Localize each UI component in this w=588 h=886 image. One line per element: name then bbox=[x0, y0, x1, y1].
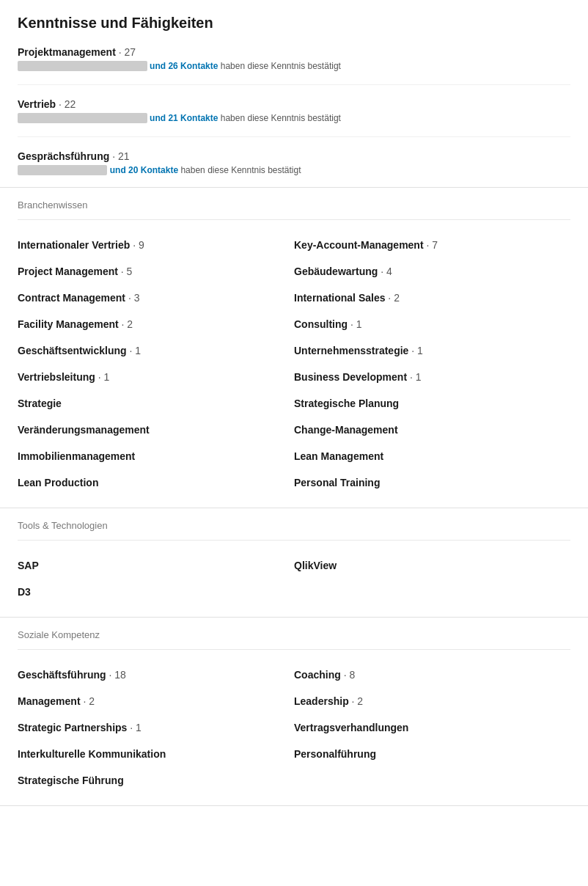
skills-grid: Internationaler Vertrieb · 9Key-Account-… bbox=[18, 232, 570, 496]
skill-label: Lean Production bbox=[18, 477, 98, 488]
endorsement-link[interactable]: und 26 Kontakte bbox=[150, 61, 218, 71]
skill-grid-item: Coaching · 8 bbox=[294, 662, 570, 688]
skill-count: · 21 bbox=[112, 150, 129, 162]
skill-grid-count: · 8 bbox=[341, 669, 355, 681]
skill-label: Strategic Partnerships bbox=[18, 722, 127, 733]
skill-grid-item: Leadership · 2 bbox=[294, 688, 570, 714]
skill-label: Leadership bbox=[294, 695, 349, 707]
skill-grid-item: Immobilienmanagement bbox=[18, 443, 294, 469]
skill-label: Key-Account-Management bbox=[294, 239, 424, 251]
skill-label: Geschäftsentwicklung bbox=[18, 345, 127, 356]
skill-label: Immobilienmanagement bbox=[18, 450, 135, 462]
skill-grid-item: Consulting · 1 bbox=[294, 311, 570, 337]
skill-grid-item: Management · 2 bbox=[18, 688, 294, 714]
skill-name: Vertrieb · 22 bbox=[18, 98, 570, 110]
skill-grid-item: Contract Management · 3 bbox=[18, 285, 294, 311]
skill-grid-item: Gebäudewartung · 4 bbox=[294, 258, 570, 285]
skill-label: Coaching bbox=[294, 669, 341, 681]
page-title: Kenntnisse und Fähigkeiten bbox=[18, 15, 570, 32]
skill-grid-item: Geschäftsentwicklung · 1 bbox=[18, 337, 294, 364]
blurred-names: ████ ████████ ████████ bbox=[18, 113, 147, 123]
skill-grid-item: SAP bbox=[18, 552, 294, 579]
skill-label: Gebäudewartung bbox=[294, 266, 378, 277]
skill-endorsement: ████ ████████ ████████ und 26 Kontakte h… bbox=[18, 61, 570, 71]
skill-label: Internationaler Vertrieb bbox=[18, 239, 130, 251]
skill-grid-item: Strategie bbox=[18, 390, 294, 417]
categories-container: BranchenwissenInternationaler Vertrieb ·… bbox=[0, 188, 588, 806]
category-divider bbox=[18, 219, 570, 220]
skill-grid-count: · 1 bbox=[407, 371, 421, 383]
skill-grid-item: Business Development · 1 bbox=[294, 364, 570, 390]
skill-label: Lean Management bbox=[294, 450, 383, 462]
category-section: BranchenwissenInternationaler Vertrieb ·… bbox=[0, 188, 588, 508]
skill-name: Gesprächsführung · 21 bbox=[18, 150, 570, 162]
skill-label: SAP bbox=[18, 560, 39, 571]
skill-grid-count: · 1 bbox=[127, 345, 141, 356]
skill-grid-item: Strategische Planung bbox=[294, 390, 570, 417]
skill-endorsement: ████ ████████ ████████ und 21 Kontakte h… bbox=[18, 113, 570, 123]
skill-label: Interkulturelle Kommunikation bbox=[18, 748, 166, 760]
skill-grid-item: QlikView bbox=[294, 552, 570, 579]
skill-grid-count: · 5 bbox=[118, 266, 132, 277]
category-title: Soziale Kompetenz bbox=[18, 629, 570, 640]
skill-label: Management bbox=[18, 695, 81, 707]
endorsement-link[interactable]: und 21 Kontakte bbox=[150, 113, 218, 123]
skill-grid-item: Personal Training bbox=[294, 469, 570, 496]
endorsement-suffix: haben diese Kenntnis bestätigt bbox=[221, 113, 341, 123]
skill-label: QlikView bbox=[294, 560, 337, 571]
skill-label: Project Management bbox=[18, 266, 118, 277]
skill-grid-item bbox=[294, 579, 570, 605]
category-section: Soziale KompetenzGeschäftsführung · 18Co… bbox=[0, 618, 588, 806]
top-skill-item: Gesprächsführung · 21 ████████ ██████ un… bbox=[18, 150, 570, 175]
skill-grid-item: Geschäftsführung · 18 bbox=[18, 662, 294, 688]
skill-grid-count: · 2 bbox=[119, 318, 133, 330]
top-skill-item: Projektmanagement · 27 ████ ████████ ███… bbox=[18, 46, 570, 85]
skill-grid-item: Internationaler Vertrieb · 9 bbox=[18, 232, 294, 258]
endorsement-suffix: haben diese Kenntnis bestätigt bbox=[221, 61, 341, 71]
category-title: Tools & Technologien bbox=[18, 520, 570, 531]
category-title: Branchenwissen bbox=[18, 199, 570, 210]
skill-grid-count: · 7 bbox=[424, 239, 438, 251]
top-skills-list: Projektmanagement · 27 ████ ████████ ███… bbox=[18, 46, 570, 175]
top-skill-item: Vertrieb · 22 ████ ████████ ████████ und… bbox=[18, 98, 570, 137]
skill-grid-count: · 4 bbox=[378, 266, 392, 277]
skill-grid-item: Strategische Führung bbox=[18, 767, 294, 794]
endorsement-link[interactable]: und 20 Kontakte bbox=[110, 165, 178, 175]
skill-label: Unternehmensstrategie bbox=[294, 345, 408, 356]
skill-grid-count: · 1 bbox=[127, 722, 141, 733]
category-section: Tools & TechnologienSAPQlikViewD3 bbox=[0, 508, 588, 618]
skill-grid-count: · 1 bbox=[95, 371, 109, 383]
skill-count: · 22 bbox=[59, 98, 76, 110]
skill-grid-item bbox=[294, 767, 570, 794]
skill-grid-item: Vertriebsleitung · 1 bbox=[18, 364, 294, 390]
skill-grid-item: Key-Account-Management · 7 bbox=[294, 232, 570, 258]
skill-grid-item: Interkulturelle Kommunikation bbox=[18, 741, 294, 767]
skill-label: Vertragsverhandlungen bbox=[294, 722, 408, 733]
skill-grid-count: · 1 bbox=[408, 345, 422, 356]
skill-grid-item: Personalführung bbox=[294, 741, 570, 767]
skill-grid-item: Project Management · 5 bbox=[18, 258, 294, 285]
skill-name: Projektmanagement · 27 bbox=[18, 46, 570, 58]
skill-grid-item: Vertragsverhandlungen bbox=[294, 714, 570, 741]
skill-grid-count: · 9 bbox=[130, 239, 144, 251]
skill-label: Strategische Planung bbox=[294, 398, 399, 409]
skills-grid: SAPQlikViewD3 bbox=[18, 552, 570, 605]
skill-grid-count: · 2 bbox=[81, 695, 95, 707]
skill-label: Geschäftsführung bbox=[18, 669, 106, 681]
skill-count: · 27 bbox=[119, 46, 136, 58]
skill-grid-item: Lean Production bbox=[18, 469, 294, 496]
skill-grid-item: Veränderungsmanagement bbox=[18, 417, 294, 443]
skill-label: Veränderungsmanagement bbox=[18, 424, 150, 436]
skill-label: International Sales bbox=[294, 292, 385, 304]
skill-label: Vertriebsleitung bbox=[18, 371, 95, 383]
skill-label: Facility Management bbox=[18, 318, 119, 330]
skill-grid-count: · 18 bbox=[106, 669, 126, 681]
skill-label: Consulting bbox=[294, 318, 348, 330]
skill-label: D3 bbox=[18, 586, 31, 598]
skill-label: Personal Training bbox=[294, 477, 380, 488]
skill-grid-item: Lean Management bbox=[294, 443, 570, 469]
skill-grid-item: International Sales · 2 bbox=[294, 285, 570, 311]
skill-grid-item: Unternehmensstrategie · 1 bbox=[294, 337, 570, 364]
endorsement-suffix: haben diese Kenntnis bestätigt bbox=[180, 165, 301, 175]
skill-label: Strategische Führung bbox=[18, 775, 124, 786]
